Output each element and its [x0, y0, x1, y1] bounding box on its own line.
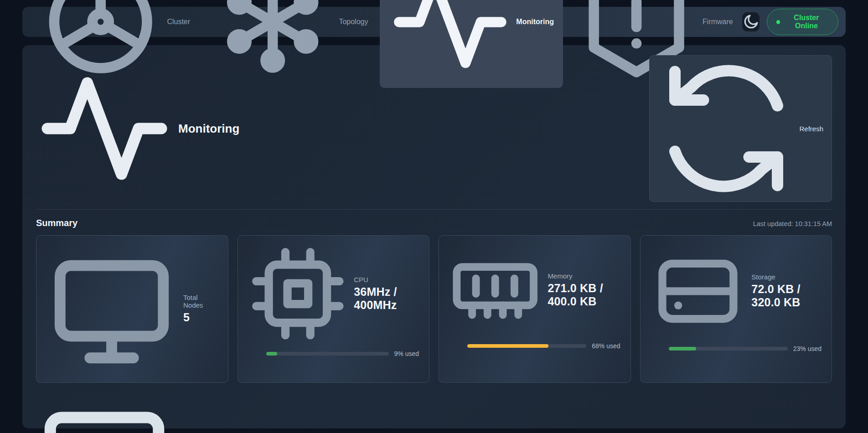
- progress-bar: [467, 344, 586, 348]
- progress-bar-fill: [467, 344, 548, 348]
- monitor-icon: [46, 244, 177, 374]
- last-updated-text: Last updated: 10:31:15 AM: [753, 220, 832, 227]
- summary-card-cpu: CPU 36MHz / 400MHz 9% used: [238, 235, 430, 383]
- nodes-header-row: Node Resource Details: [36, 395, 832, 433]
- activity-icon: [36, 60, 173, 197]
- summary-card-value: 5: [183, 311, 218, 324]
- monitor-icon: [36, 395, 173, 433]
- progress-bar: [266, 352, 389, 356]
- progress-bar-fill: [266, 352, 277, 356]
- summary-card-total-nodes: Total Nodes 5: [36, 235, 228, 383]
- tab-monitoring-label: Monitoring: [516, 18, 554, 26]
- refresh-button-label: Refresh: [799, 125, 823, 133]
- summary-card-title: Storage: [751, 273, 822, 281]
- progress-bar: [669, 347, 788, 351]
- summary-cards: Total Nodes 5 CPU 36MHz / 400MHz 9% used: [36, 235, 832, 383]
- tab-topology-label: Topology: [339, 18, 368, 26]
- storage-icon: [651, 244, 745, 339]
- summary-card-title: Total Nodes: [183, 294, 218, 309]
- tab-cluster-label: Cluster: [167, 18, 190, 26]
- refresh-button[interactable]: Refresh: [649, 55, 832, 202]
- activity-icon: [389, 0, 512, 83]
- percent-used-label: 68% used: [592, 342, 620, 350]
- tab-monitoring[interactable]: Monitoring: [380, 0, 563, 88]
- cluster-status-label: Cluster Online: [784, 14, 829, 30]
- summary-card-memory: Memory 271.0 KB / 400.0 KB 68% used: [439, 235, 631, 383]
- tab-firmware-label: Firmware: [703, 18, 733, 26]
- summary-card-value: 72.0 KB / 320.0 KB: [751, 283, 822, 309]
- nodes-heading: Node Resource Details: [36, 395, 277, 433]
- theme-toggle-button[interactable]: [742, 12, 760, 31]
- cluster-status-badge[interactable]: Cluster Online: [767, 9, 838, 35]
- summary-heading: Summary: [36, 218, 78, 228]
- progress-bar-fill: [669, 347, 696, 351]
- monitoring-panel: Monitoring Refresh Summary Last updated:…: [22, 45, 846, 428]
- summary-card-title: Memory: [548, 272, 620, 280]
- percent-used-label: 23% used: [793, 345, 822, 352]
- moon-icon: [742, 13, 760, 31]
- summary-header-row: Summary Last updated: 10:31:15 AM: [36, 218, 832, 228]
- summary-card-storage: Storage 72.0 KB / 320.0 KB 23% used: [640, 235, 832, 383]
- refresh-icon: [658, 60, 795, 197]
- memory-icon: [449, 244, 541, 336]
- cpu-icon: [248, 244, 348, 344]
- page-title: Monitoring: [36, 60, 239, 197]
- percent-used-label: 9% used: [394, 350, 419, 357]
- page-title-text: Monitoring: [178, 122, 239, 136]
- summary-card-value: 271.0 KB / 400.0 KB: [548, 282, 620, 308]
- summary-card-value: 36MHz / 400MHz: [354, 285, 419, 312]
- top-nav: Cluster Topology Monitoring Firmware Clu…: [22, 7, 846, 37]
- nav-right: Cluster Online: [742, 9, 838, 35]
- status-dot-icon: [776, 20, 780, 24]
- summary-card-title: CPU: [354, 276, 419, 284]
